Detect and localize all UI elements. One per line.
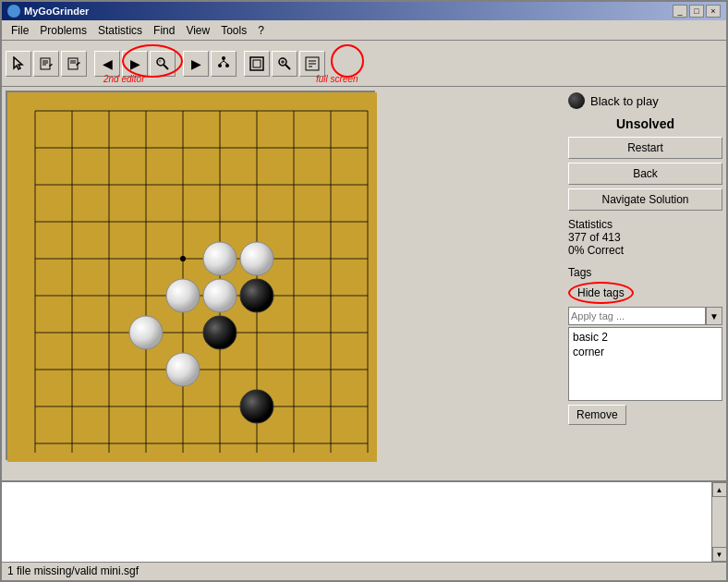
prev-button[interactable]: ◀: [94, 51, 120, 77]
svg-point-53: [166, 353, 200, 386]
app-icon: [7, 5, 20, 18]
board-panel: [2, 87, 564, 480]
label-full-screen: full screen: [316, 74, 358, 84]
result-status: Unsolved: [568, 115, 722, 133]
svg-point-56: [240, 390, 273, 423]
fullscreen-button[interactable]: [244, 51, 270, 77]
svg-line-8: [164, 65, 168, 69]
title-bar-controls: _ □ ×: [673, 5, 721, 18]
menu-help[interactable]: ?: [252, 22, 270, 39]
scroll-track: [712, 497, 726, 547]
svg-point-51: [203, 279, 237, 312]
label-2nd-editor: 2nd editor: [103, 74, 144, 84]
menu-tools[interactable]: Tools: [215, 22, 252, 39]
bottom-area: ▲ ▼: [2, 480, 726, 562]
svg-point-55: [203, 316, 237, 349]
board-container: [6, 91, 375, 460]
title-bar-left: MyGoGrinder: [7, 5, 89, 18]
black-stone-indicator: [568, 92, 585, 109]
restart-button[interactable]: Restart: [568, 137, 722, 159]
svg-point-47: [180, 256, 186, 261]
next-button[interactable]: ▶: [122, 51, 148, 77]
tags-list: basic 2 corner: [568, 327, 722, 401]
menu-problems[interactable]: Problems: [34, 22, 92, 39]
svg-rect-0: [41, 58, 50, 69]
maximize-button[interactable]: □: [689, 5, 704, 18]
back-button[interactable]: Back: [568, 163, 722, 185]
title-bar: MyGoGrinder _ □ ×: [2, 2, 726, 20]
svg-point-48: [203, 242, 237, 275]
svg-rect-16: [250, 57, 263, 70]
minimize-button[interactable]: _: [673, 5, 687, 18]
status-bar: 1 file missing/valid mini.sgf: [2, 562, 726, 580]
svg-point-14: [218, 64, 222, 67]
svg-line-11: [220, 61, 224, 64]
zoom-button[interactable]: [272, 51, 297, 77]
pointer-button[interactable]: [6, 51, 31, 77]
info-button[interactable]: [299, 51, 325, 77]
close-button[interactable]: ×: [706, 5, 721, 18]
play-button[interactable]: ▶: [183, 51, 209, 77]
svg-point-15: [225, 64, 229, 67]
scroll-down-button[interactable]: ▼: [712, 547, 727, 562]
editor1-button[interactable]: [33, 51, 59, 77]
menu-bar: File Problems Statistics Find View Tools…: [2, 20, 726, 41]
toolbar: ◀ ▶ ▶: [2, 41, 726, 87]
svg-rect-17: [253, 60, 261, 67]
tag-item-corner[interactable]: corner: [571, 345, 720, 359]
tag-item-basic2[interactable]: basic 2: [571, 330, 720, 345]
statistics-title: Statistics: [568, 218, 722, 231]
navigate-solution-button[interactable]: Navigate Solution: [568, 188, 722, 211]
right-panel: Black to play Unsolved Restart Back Navi…: [564, 87, 726, 480]
svg-point-13: [222, 56, 225, 60]
svg-point-52: [129, 316, 163, 349]
tree-button[interactable]: [211, 51, 237, 77]
svg-line-12: [224, 61, 227, 64]
tag-dropdown-row: ▼: [568, 307, 722, 325]
svg-point-54: [240, 279, 273, 312]
bottom-scrollbar: ▲ ▼: [711, 482, 726, 562]
main-window: MyGoGrinder _ □ × File Problems Statisti…: [0, 0, 728, 582]
statistics-correct: 0% Correct: [568, 244, 722, 257]
hide-tags-button[interactable]: Hide tags: [568, 282, 634, 304]
svg-point-50: [166, 279, 200, 312]
svg-line-19: [285, 65, 290, 69]
tags-title: Tags: [568, 266, 722, 279]
menu-file[interactable]: File: [6, 22, 34, 39]
status-row: Black to play: [568, 91, 722, 111]
statistics-progress: 377 of 413: [568, 231, 722, 244]
svg-point-9: [159, 59, 162, 62]
svg-point-49: [240, 242, 273, 275]
window-title: MyGoGrinder: [24, 6, 89, 17]
player-status: Black to play: [590, 94, 659, 108]
tag-dropdown-arrow[interactable]: ▼: [706, 307, 722, 325]
go-board: [7, 92, 377, 462]
remove-tag-button[interactable]: Remove: [568, 405, 626, 425]
tags-section: Tags Hide tags ▼ basic 2 corner Remove: [568, 266, 722, 425]
apply-tag-input[interactable]: [568, 307, 706, 325]
main-content: Black to play Unsolved Restart Back Navi…: [2, 87, 726, 480]
status-text: 1 file missing/valid mini.sgf: [7, 564, 139, 577]
search-button[interactable]: [150, 51, 176, 77]
menu-statistics[interactable]: Statistics: [92, 22, 148, 39]
editor2-button[interactable]: [61, 51, 87, 77]
svg-rect-4: [68, 58, 78, 69]
menu-view[interactable]: View: [180, 22, 215, 39]
scroll-up-button[interactable]: ▲: [712, 482, 727, 497]
menu-find[interactable]: Find: [148, 22, 180, 39]
statistics-section: Statistics 377 of 413 0% Correct: [568, 218, 722, 257]
notes-textarea[interactable]: [2, 482, 711, 562]
